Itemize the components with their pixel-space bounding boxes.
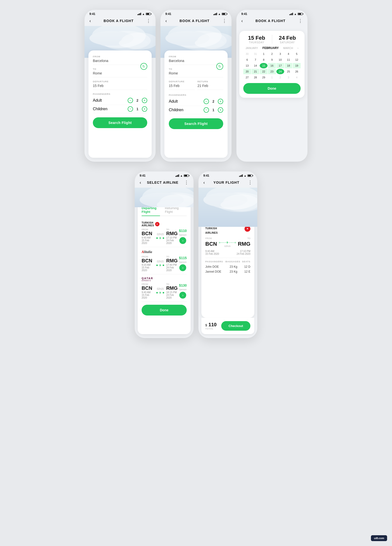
cal-day[interactable]: 29 [260,75,268,80]
children-plus-button[interactable]: + [142,106,147,112]
swap-button-2[interactable]: ↻ [216,63,223,70]
cal-day[interactable]: 17 [276,63,284,68]
more-icon-2[interactable]: ⋮ [222,18,227,24]
cal-day-end[interactable]: 24 [276,69,284,74]
end-date[interactable]: 24 Feb [274,35,301,41]
children-count: 1 [135,107,139,111]
date-row: DEPARTURE 15 Feb RETURN 21 Feb [169,80,223,93]
time-5: 9:41 [203,174,209,177]
to-label: TO [93,68,147,70]
cal-day[interactable]: 2 [276,75,284,80]
departure-value-2[interactable]: 15 Feb [169,84,195,90]
cal-day[interactable]: 30 [243,51,251,57]
adult-plus-button[interactable]: + [142,98,147,103]
tab-returning[interactable]: Returning Flight [165,206,182,216]
cal-day[interactable]: 16 [268,63,276,68]
children-plus-button-2[interactable]: + [218,107,223,113]
children-minus-button-2[interactable]: − [204,107,209,113]
phone-4: 9:41 ▲ ‹ SELECT AIRLINE ⋮ Departing Flig… [135,171,194,338]
next-month[interactable]: MARCH [283,47,293,49]
pt-header-row: PASSANGERS BAGGAGES SEATS [205,260,250,263]
pt-bag-header: BAGGAGES [225,260,240,263]
cal-day-start[interactable]: 15 [260,63,268,68]
cal-day[interactable]: 9 [268,57,276,62]
cal-day[interactable]: 31 [252,51,259,57]
select-alitalia-button[interactable]: › [179,264,186,271]
cal-day[interactable]: 4 [285,51,293,57]
cal-day[interactable]: 22 [260,69,268,74]
done-button-airline[interactable]: Done [142,305,187,315]
yf-to-label: To [247,237,250,240]
departure-value[interactable]: 15 Feb [93,84,147,90]
back-icon-4[interactable]: ‹ [140,180,141,185]
cal-day[interactable]: 10 [276,57,284,62]
page-title-2: BOOK A FLIGHT [180,19,209,23]
airline-card: Departing Flight Returning Flight TURKIS… [138,202,191,334]
more-icon-5[interactable]: ⋮ [248,180,252,185]
return-value[interactable]: 21 Feb [197,84,223,90]
status-bar-2: 9:41 ▲ [160,10,232,17]
swap-button[interactable]: ↻ [140,63,147,70]
cal-day[interactable]: 27 [243,75,251,80]
cal-day[interactable]: 3 [285,75,293,80]
back-icon[interactable]: ‹ [89,18,91,24]
signal-icon-2 [213,13,217,15]
select-qatar-button[interactable]: › [179,292,186,299]
search-flight-button-1[interactable]: Search Flight [93,117,147,128]
cal-day[interactable]: 4 [293,75,301,80]
done-button-calendar[interactable]: Done [243,83,301,94]
back-icon-3[interactable]: ‹ [241,18,243,24]
cal-day[interactable]: 6 [243,57,251,62]
cal-day[interactable]: 20 [243,69,251,74]
cal-day[interactable]: 18 [285,63,293,68]
wifi-icon-5: ▲ [244,174,246,177]
tab-departing[interactable]: Departing Flight [142,206,160,216]
cal-day[interactable]: 21 [252,69,259,74]
to-value-2[interactable]: Rome [169,71,223,77]
more-icon[interactable]: ⋮ [146,18,151,24]
more-icon-4[interactable]: ⋮ [184,180,189,185]
route-line-2: ✈ [156,263,164,267]
cal-day[interactable]: 28 [252,75,259,80]
cal-day[interactable]: 19 [293,63,301,68]
battery-icon-4 [184,174,189,177]
pax-row-1: John DOE 23 Kg 12 D [205,264,250,269]
battery-icon-3 [298,13,303,15]
to-value[interactable]: Rome [93,71,147,77]
cal-day[interactable]: 11 [285,57,293,62]
from-value[interactable]: Barcelona [93,59,147,65]
cal-day[interactable]: 1 [268,75,276,80]
checkout-price: $ 110 total [205,322,217,330]
cal-day[interactable]: 13 [243,63,251,68]
adult-minus-button-2[interactable]: − [204,99,209,104]
route-line-3: ✈ [156,291,164,295]
next-chevron[interactable]: › [297,47,298,49]
more-icon-3[interactable]: ⋮ [298,18,303,24]
cal-day[interactable]: 25 [285,69,293,74]
month-navigation: JANUARY FEBRUARY MARCH › [243,46,301,50]
back-icon-5[interactable]: ‹ [203,180,205,185]
cal-day[interactable]: 5 [293,51,301,57]
prev-month[interactable]: JANUARY [245,47,258,49]
back-icon-2[interactable]: ‹ [165,18,167,24]
cal-day[interactable]: 7 [252,57,259,62]
start-date[interactable]: 15 Feb [243,35,270,41]
cal-day[interactable]: 8 [260,57,268,62]
cal-day[interactable]: 26 [293,69,301,74]
adult-minus-button[interactable]: − [128,98,133,103]
yf-airline-header: TURKISHAIRLINES ✦ [205,226,250,235]
search-flight-button-2[interactable]: Search Flight [169,118,223,129]
cal-day[interactable]: 2 [268,51,276,57]
cal-day[interactable]: 14 [252,63,259,68]
checkout-button[interactable]: Checkout [221,321,250,331]
adult-plus-button-2[interactable]: + [218,99,223,104]
total-label: total [205,328,217,330]
select-turkish-button[interactable]: › [179,237,186,244]
from-value-2[interactable]: Barcelona [169,59,223,65]
cal-day[interactable]: 1 [260,51,268,57]
children-minus-button[interactable]: − [128,106,133,112]
cal-day[interactable]: 3 [276,51,284,57]
cal-day[interactable]: 23 [268,69,276,74]
cal-day[interactable]: 12 [293,57,301,62]
adult-count-2: 2 [211,99,215,103]
